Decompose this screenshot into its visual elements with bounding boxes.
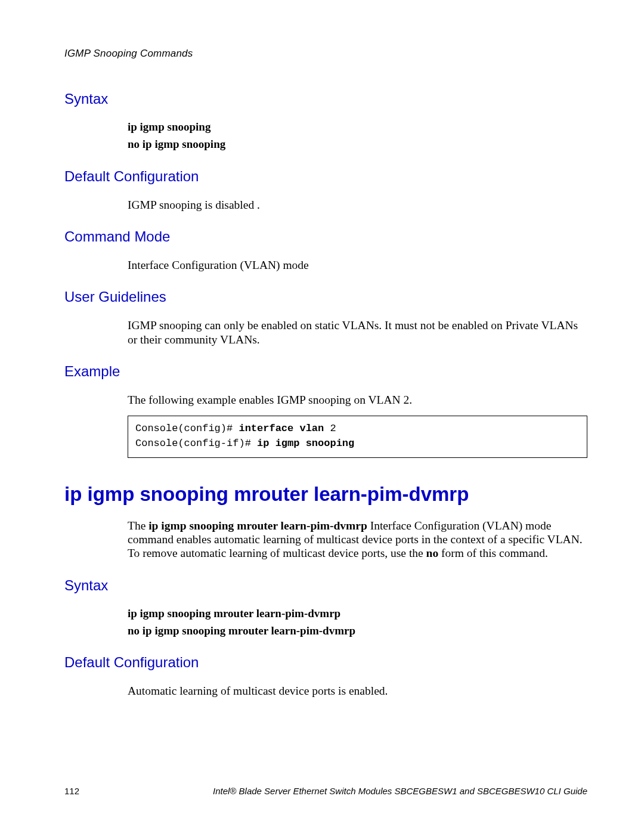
code-text-bold: ip igmp snooping (257, 438, 354, 449)
body-text: IGMP snooping can only be enabled on sta… (128, 318, 587, 346)
heading-syntax-1: Syntax (64, 91, 587, 107)
syntax-line: ip igmp snooping (128, 120, 587, 134)
command-mode-body: Interface Configuration (VLAN) mode (128, 258, 587, 272)
body-text: The ip igmp snooping mrouter learn-pim-d… (128, 519, 587, 561)
default-config-body-1: IGMP snooping is disabled . (128, 198, 587, 212)
body-text: IGMP snooping is disabled . (128, 198, 587, 212)
page-footer: 112 Intel® Blade Server Ethernet Switch … (64, 786, 587, 796)
body-text: Interface Configuration (VLAN) mode (128, 258, 587, 272)
code-text: 2 (330, 423, 336, 434)
example-body: The following example enables IGMP snoop… (128, 393, 587, 457)
code-text: Console(config)# (135, 423, 239, 434)
command-description: The ip igmp snooping mrouter learn-pim-d… (128, 519, 587, 561)
page: IGMP Snooping Commands Syntax ip igmp sn… (0, 0, 644, 833)
heading-command-mode: Command Mode (64, 228, 587, 245)
heading-command-title: ip igmp snooping mrouter learn-pim-dvmrp (64, 483, 587, 506)
heading-default-config-2: Default Configuration (64, 654, 587, 671)
code-text: Console(config-if)# (135, 438, 257, 449)
text-run: form of this command. (438, 547, 548, 559)
running-head: IGMP Snooping Commands (64, 48, 587, 60)
text-run-bold: ip igmp snooping mrouter learn-pim-dvmrp (148, 519, 367, 532)
heading-example: Example (64, 363, 587, 380)
page-number: 112 (64, 786, 124, 796)
heading-default-config-1: Default Configuration (64, 168, 587, 185)
heading-syntax-2: Syntax (64, 577, 587, 594)
text-run: The (128, 519, 148, 532)
footer-guide-title: Intel® Blade Server Ethernet Switch Modu… (213, 786, 587, 796)
user-guidelines-body: IGMP snooping can only be enabled on sta… (128, 318, 587, 346)
code-text-bold: interface vlan (239, 423, 330, 434)
syntax-block-1: ip igmp snooping no ip igmp snooping (128, 120, 587, 151)
body-text: Automatic learning of multicast device p… (128, 684, 587, 698)
text-run-bold: no (426, 547, 439, 559)
body-text: The following example enables IGMP snoop… (128, 393, 587, 407)
syntax-line: no ip igmp snooping mrouter learn-pim-dv… (128, 624, 587, 638)
code-example-box: Console(config)# interface vlan 2 Consol… (128, 416, 587, 458)
default-config-body-2: Automatic learning of multicast device p… (128, 684, 587, 698)
syntax-line: no ip igmp snooping (128, 138, 587, 151)
heading-user-guidelines: User Guidelines (64, 289, 587, 305)
syntax-line: ip igmp snooping mrouter learn-pim-dvmrp (128, 607, 587, 621)
syntax-block-2: ip igmp snooping mrouter learn-pim-dvmrp… (128, 607, 587, 638)
